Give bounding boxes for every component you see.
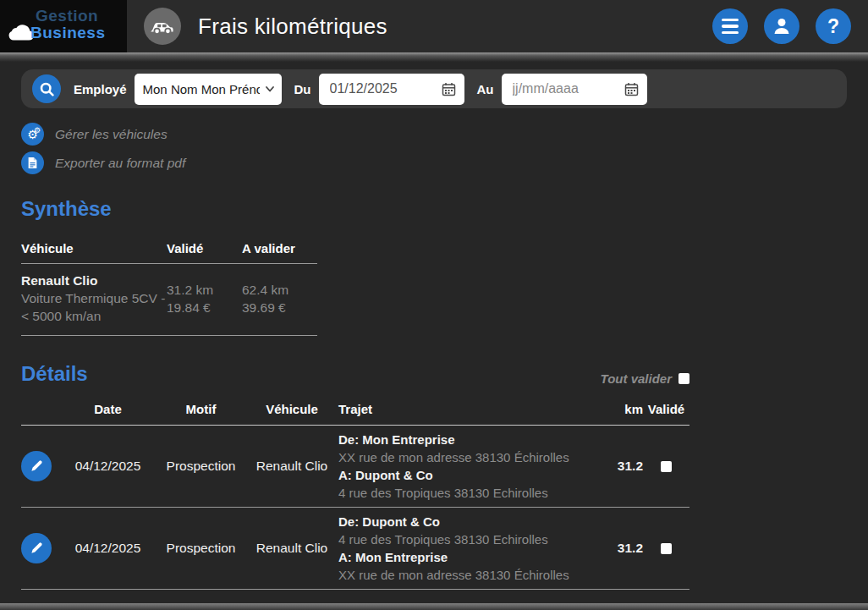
page-title: Frais kilométriques [198, 14, 387, 40]
edit-cell [21, 508, 59, 590]
col-motif: Motif [157, 397, 245, 426]
menu-button[interactable] [712, 8, 748, 44]
row-valide-checkbox[interactable] [661, 543, 672, 554]
col-date: Date [59, 397, 157, 426]
date-to-label: Au [477, 82, 494, 96]
date-cell: 04/12/2025 [59, 508, 157, 590]
hamburger-icon [722, 19, 739, 35]
filter-bar: Employé Mon Nom Mon Prénom Du Au [21, 69, 847, 108]
quick-links: ⚙⚙ Gérer les véhicules Exporter au forma… [21, 123, 868, 174]
search-button[interactable] [32, 74, 61, 103]
trajet-from-name: De: Dupont & Co [338, 513, 609, 530]
vehicle-name: Renault Clio [21, 272, 167, 289]
question-icon: ? [827, 15, 839, 38]
date-from-label: Du [294, 82, 311, 96]
date-from-input[interactable] [319, 74, 464, 105]
pencil-icon [29, 541, 44, 556]
trajet-to-name: A: Dupont & Co [338, 466, 609, 484]
a-valider-eur: 39.69 € [242, 299, 317, 316]
date-to-input[interactable] [502, 74, 647, 105]
header-divider-gradient [0, 52, 868, 62]
col-km: km [609, 397, 643, 426]
validate-all-label: Tout valider [601, 371, 672, 386]
col-trajet: Trajet [338, 397, 609, 426]
edit-cell [21, 426, 59, 508]
details-title: Détails [21, 362, 88, 386]
trajet-from-address: 4 rue des Tropiques 38130 Echirolles [338, 530, 609, 548]
synthese-table-header: Véhicule Validé A valider [21, 234, 317, 264]
logo-text: Gestion Business [30, 8, 105, 41]
employee-label: Employé [74, 82, 127, 96]
km-cell: 31.2 [609, 426, 643, 508]
a-valider-cell: 62.4 km 39.69 € [242, 264, 317, 336]
valide-km: 31.2 km [167, 281, 242, 299]
col-valide: Validé [167, 234, 242, 264]
edit-button[interactable] [21, 451, 52, 481]
col-edit [21, 397, 59, 426]
user-button[interactable] [764, 8, 799, 44]
car-icon [144, 8, 181, 45]
validate-all: Tout valider [601, 371, 689, 386]
row-valide-checkbox[interactable] [661, 461, 672, 472]
km-cell: 31.2 [609, 508, 643, 590]
search-icon [39, 81, 55, 97]
table-row: 04/12/2025 Prospection Renault Clio De: … [21, 426, 689, 508]
export-pdf-link[interactable]: Exporter au format pdf [21, 151, 868, 174]
edit-button[interactable] [21, 533, 52, 563]
date-cell: 04/12/2025 [59, 426, 157, 508]
vehicle-cell: Renault Clio [245, 426, 338, 508]
trajet-cell: De: Mon Entreprise XX rue de mon adresse… [338, 426, 609, 508]
manage-vehicles-label: Gérer les véhicules [55, 127, 168, 142]
gears-icon: ⚙⚙ [21, 123, 44, 146]
vehicle-description: Voiture Thermique 5CV - < 5000 km/an [21, 289, 167, 325]
synthese-row: Renault Clio Voiture Thermique 5CV - < 5… [21, 264, 317, 336]
manage-vehicles-link[interactable]: ⚙⚙ Gérer les véhicules [21, 123, 868, 146]
employee-select[interactable]: Mon Nom Mon Prénom [135, 74, 282, 105]
pdf-file-icon [21, 151, 44, 174]
date-from-wrap [319, 74, 464, 105]
validate-all-checkbox[interactable] [678, 373, 689, 384]
details-header: Détails Tout valider [21, 362, 689, 386]
vehicle-cell: Renault Clio Voiture Thermique 5CV - < 5… [21, 264, 167, 336]
col-vehicule: Véhicule [245, 397, 338, 426]
logo-line-gestion: Gestion [30, 8, 105, 25]
valide-cell [643, 508, 689, 590]
app-logo[interactable]: Gestion Business [0, 0, 127, 52]
trajet-to-address: 4 rue des Tropiques 38130 Echirolles [338, 484, 609, 502]
valide-cell [643, 426, 689, 508]
trajet-cell: De: Dupont & Co 4 rue des Tropiques 3813… [338, 508, 609, 590]
a-valider-km: 62.4 km [242, 281, 317, 299]
trajet-from-name: De: Mon Entreprise [338, 431, 609, 448]
synthese-title: Synthèse [21, 197, 868, 221]
details-table: Date Motif Véhicule Trajet km Validé 04/… [21, 397, 689, 590]
trajet-from-address: XX rue de mon adresse 38130 Échirolles [338, 448, 609, 466]
app-header: Gestion Business Frais kilométriques ? [0, 0, 868, 52]
valide-eur: 19.84 € [167, 299, 242, 316]
trajet-to-address: XX rue de mon adresse 38130 Échirolles [338, 566, 609, 584]
user-icon [772, 16, 792, 36]
col-a-valider: A valider [242, 234, 317, 264]
synthese-table: Véhicule Validé A valider Renault Clio V… [21, 234, 317, 336]
col-valide: Validé [643, 397, 689, 426]
valide-cell: 31.2 km 19.84 € [167, 264, 242, 336]
export-pdf-label: Exporter au format pdf [55, 156, 185, 171]
motif-cell: Prospection [157, 426, 245, 508]
col-vehicule: Véhicule [21, 234, 167, 264]
date-to-wrap [502, 74, 647, 105]
table-row: 04/12/2025 Prospection Renault Clio De: … [21, 508, 689, 590]
trajet-to-name: A: Mon Entreprise [338, 548, 609, 566]
motif-cell: Prospection [157, 508, 245, 590]
vehicle-cell: Renault Clio [245, 508, 338, 590]
logo-line-business: Business [30, 25, 105, 41]
employee-select-wrap: Mon Nom Mon Prénom [135, 74, 282, 105]
pencil-icon [29, 459, 44, 474]
footer-gradient [0, 603, 868, 610]
details-table-header: Date Motif Véhicule Trajet km Validé [21, 397, 689, 426]
help-button[interactable]: ? [816, 8, 851, 44]
